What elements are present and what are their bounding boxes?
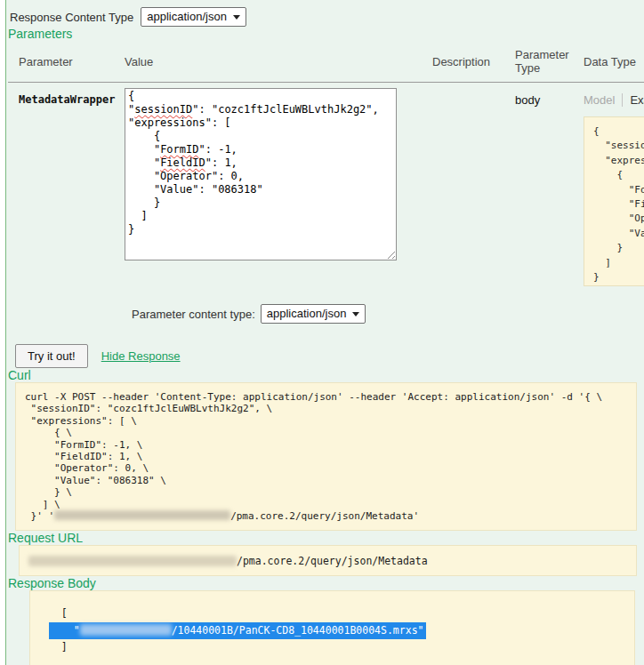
example-value-json: { "sessionID": "cozc1ftJclEuWBLvthJk2g2"… <box>593 124 644 284</box>
response-content-type-row: Response Content Type application/json <box>8 5 644 27</box>
curl-command: curl -X POST --header 'Content-Type: app… <box>25 391 627 522</box>
response-content-type-select[interactable]: application/json <box>141 7 246 27</box>
parameter-content-type-select[interactable]: application/json <box>261 304 366 324</box>
parameter-value-textarea[interactable]: {"sessionID": "cozc1ftJclEuWBLvthJk2g2",… <box>125 88 397 260</box>
parameter-content-type-row: Parameter content type: application/json <box>132 304 644 324</box>
response-line-prefix: " <box>49 624 80 637</box>
actions-row: Try it out! Hide Response <box>15 344 644 368</box>
parameter-content-type-label: Parameter content type: <box>132 308 255 321</box>
operation-panel: Response Content Type application/json P… <box>5 0 644 665</box>
response-content-type-label: Response Content Type <box>10 11 133 24</box>
parameter-row: MetadataWrapper {"sessionID": "cozc1ftJc… <box>8 83 644 286</box>
response-content-type-value: application/json <box>147 10 227 23</box>
request-url-box: /pma.core.2/query/json/Metadata <box>19 545 637 576</box>
request-url-suffix: /pma.core.2/query/json/Metadata <box>237 555 428 567</box>
curl-tail-suffix: /pma.core.2/query/json/Metadata' <box>230 510 419 522</box>
parameters-table-header: Parameter Value Description Parameter Ty… <box>8 41 644 83</box>
parameter-name: MetadataWrapper <box>8 86 125 286</box>
column-header-parameter: Parameter <box>8 55 125 68</box>
parameter-content-type-value: application/json <box>267 307 347 320</box>
redacted-host-blur <box>54 510 230 520</box>
curl-code-body: curl -X POST --header 'Content-Type: app… <box>25 391 608 510</box>
redacted-path-blur <box>80 624 172 636</box>
response-body-box: [ "/10440001B/PanCK-CD8_10440001B0004S.m… <box>29 590 635 665</box>
response-close-bracket: ] <box>49 639 624 656</box>
column-header-data-type: Data Type <box>584 55 644 68</box>
chevron-down-icon <box>233 15 240 20</box>
parameter-type: body <box>515 86 584 286</box>
column-header-description: Description <box>432 55 515 68</box>
try-it-out-button[interactable]: Try it out! <box>15 344 88 368</box>
response-body-heading: Response Body <box>8 576 644 590</box>
data-type-tabs: Model Example Value <box>584 93 644 107</box>
response-body-content: [ "/10440001B/PanCK-CD8_10440001B0004S.m… <box>49 605 624 656</box>
data-type-cell: Model Example Value { "sessionID": "cozc… <box>584 86 644 286</box>
response-selected-line: "/10440001B/PanCK-CD8_10440001B0004S.mrx… <box>49 622 426 639</box>
parameter-description <box>432 86 515 286</box>
curl-tail-prefix: }' ' <box>25 510 54 522</box>
column-header-parameter-type: Parameter Type <box>515 48 584 75</box>
request-url-value: /pma.core.2/query/json/Metadata <box>28 555 428 567</box>
redacted-host-blur <box>28 556 237 566</box>
response-line-suffix: /10440001B/PanCK-CD8_10440001B0004S.mrxs… <box>172 624 424 637</box>
parameters-heading: Parameters <box>8 27 644 41</box>
column-header-value: Value <box>125 55 432 68</box>
tab-model[interactable]: Model <box>584 93 623 107</box>
tab-example-value[interactable]: Example Value <box>623 93 644 107</box>
chevron-down-icon <box>352 312 359 316</box>
textarea-resize-handle[interactable] <box>385 249 395 259</box>
curl-heading: Curl <box>8 368 644 382</box>
curl-code-box: curl -X POST --header 'Content-Type: app… <box>15 382 637 531</box>
response-open-bracket: [ <box>49 605 624 622</box>
request-url-heading: Request URL <box>8 531 644 545</box>
hide-response-link[interactable]: Hide Response <box>101 349 181 363</box>
example-value-snippet[interactable]: { "sessionID": "cozc1ftJclEuWBLvthJk2g2"… <box>584 116 644 286</box>
